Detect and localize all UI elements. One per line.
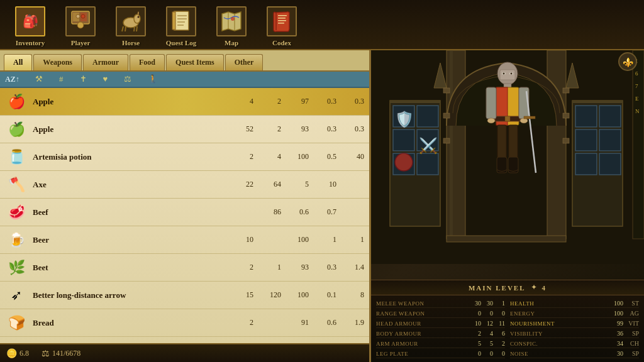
stat-row-right: CONSPIC. 34 CH	[510, 339, 639, 348]
item-icon: 🍞	[5, 312, 28, 334]
stat-values-left: 5 5 2	[472, 340, 505, 347]
svg-rect-49	[599, 129, 621, 151]
stat-values-right: 34 CH	[611, 340, 639, 347]
stat-values-right: 30 SP	[611, 350, 639, 357]
svg-rect-52	[633, 50, 644, 239]
svg-rect-36	[417, 106, 438, 127]
item-name: Axe	[33, 180, 236, 190]
item-name: Better long-distance arrow	[33, 290, 236, 300]
sort-bar: AZ↑ ⚒ # ✝ ♥ ⚖ 🚶	[0, 72, 369, 88]
gold-display: 🪙 6.8	[6, 348, 29, 359]
sort-icon-heart[interactable]: ♥	[98, 74, 113, 84]
gold-value: 6.8	[19, 349, 29, 358]
item-row[interactable]: 🪓Axe2264510	[0, 171, 369, 199]
item-row[interactable]: 🍏Apple522930.30.3	[0, 116, 369, 143]
item-stat: 97	[291, 97, 309, 106]
stat-values-left: 2 4 6	[472, 330, 505, 337]
svg-point-64	[503, 73, 505, 75]
stat-name-right: NOURISHMENT	[510, 321, 555, 327]
svg-rect-51	[599, 153, 621, 175]
item-row[interactable]: 🍎Apple42970.30.3	[0, 88, 369, 116]
item-icon: 🍎	[5, 90, 28, 113]
main-level-bar: MAIN LEVEL ✦ 4	[371, 280, 644, 295]
svg-point-7	[134, 14, 140, 23]
item-stat: 10	[319, 180, 336, 189]
stat-values-right: 100 ST	[611, 300, 639, 307]
tab-food[interactable]: Food	[130, 54, 165, 70]
nav-codex[interactable]: Codex	[257, 4, 307, 49]
weight-value: 141/6678	[52, 349, 80, 358]
svg-text:🛡️: 🛡️	[395, 110, 414, 128]
svg-text:E: E	[635, 96, 639, 102]
item-stat: 86	[264, 207, 281, 217]
item-stat: 91	[291, 318, 309, 327]
item-stat: 40	[347, 152, 364, 162]
tab-all[interactable]: All	[4, 54, 32, 70]
nav-horse-label: Horse	[122, 39, 140, 47]
nav-questlog[interactable]: Quest Log	[156, 4, 206, 49]
svg-text:⚔️: ⚔️	[419, 136, 438, 155]
item-stat: 0.3	[347, 124, 364, 134]
svg-rect-40	[417, 153, 438, 175]
item-name: Beet	[33, 263, 236, 273]
item-stat: 0.1	[319, 290, 336, 300]
level-value: 4	[542, 284, 547, 292]
item-stat: 10	[236, 235, 253, 244]
svg-rect-66	[504, 84, 511, 87]
item-list[interactable]: 🍎Apple42970.30.3🍏Apple522930.30.3🫙Artemi…	[0, 88, 369, 343]
status-bar: 🪙 6.8 ⚖ 141/6678	[0, 343, 369, 362]
nav-inventory[interactable]: 🎒 Inventory	[5, 4, 55, 49]
sort-icon-count[interactable]: #	[54, 74, 69, 84]
item-name: Apple	[33, 124, 236, 134]
item-name: Beef	[33, 207, 236, 217]
tab-armour[interactable]: Armour	[83, 54, 128, 70]
nav-map-label: Map	[225, 39, 238, 47]
sort-icon-walk[interactable]: 🚶	[143, 74, 163, 84]
svg-rect-31	[563, 138, 569, 143]
sort-icon-cross[interactable]: ✝	[75, 74, 92, 84]
svg-line-79	[526, 91, 536, 173]
item-stat	[347, 180, 364, 189]
item-stat: 1.9	[347, 318, 364, 327]
item-stat: 1	[264, 263, 281, 272]
item-row[interactable]: 🫙Artemisia potion241000.540	[0, 143, 369, 171]
nav-horse[interactable]: Horse	[106, 4, 156, 49]
main-level-label: MAIN LEVEL	[469, 284, 526, 292]
item-stats: 151201000.18	[236, 290, 364, 300]
stat-name-left: BODY ARMOUR	[376, 331, 421, 337]
item-stat: 8	[347, 290, 364, 300]
stat-name-right: CONSPIC.	[510, 341, 538, 347]
stat-name-left: RANGE WEAPON	[376, 310, 425, 317]
sort-icon-tools[interactable]: ⚒	[30, 74, 48, 84]
tab-weapons[interactable]: Weapons	[33, 54, 82, 70]
svg-rect-19	[278, 23, 284, 24]
item-stat: 0.5	[319, 152, 336, 162]
nav-player[interactable]: Player	[55, 4, 106, 49]
svg-rect-80	[524, 116, 535, 119]
item-row[interactable]: 🍺Beer1010011	[0, 226, 369, 254]
svg-rect-29	[563, 88, 569, 93]
item-stat: 93	[291, 263, 309, 272]
item-row[interactable]: 🍞Bread2910.61.9	[0, 309, 369, 337]
svg-rect-17	[278, 18, 286, 19]
stat-name-right: HEALTH	[510, 300, 534, 307]
item-row[interactable]: ➶Better long-distance arrow151201000.18	[0, 282, 369, 309]
svg-rect-16	[278, 15, 287, 16]
nav-map[interactable]: Map	[206, 4, 257, 49]
item-row[interactable]: 🥩Beef860.60.7	[0, 199, 369, 226]
item-stat: 1.4	[347, 263, 364, 272]
item-row[interactable]: 🌿Beet21930.31.4	[0, 254, 369, 282]
tab-other[interactable]: Other	[225, 54, 264, 70]
right-panel: 🛡️ ⚔️ 1 6 7 E N	[371, 50, 644, 362]
svg-rect-26	[443, 88, 450, 93]
tab-questitems[interactable]: Quest Items	[166, 54, 224, 70]
sort-icon-scale[interactable]: ⚖	[119, 74, 136, 84]
item-stat: 2	[236, 318, 253, 327]
stat-name-left: LEG PLATE	[376, 351, 408, 357]
item-name: Artemisia potion	[33, 152, 236, 162]
questlog-icon	[166, 6, 196, 36]
svg-rect-37	[393, 129, 414, 151]
sort-label[interactable]: AZ↑	[5, 75, 24, 84]
stat-row-left: MELEE WEAPON 30 30 1	[376, 299, 505, 308]
item-icon: ➶	[5, 284, 28, 307]
